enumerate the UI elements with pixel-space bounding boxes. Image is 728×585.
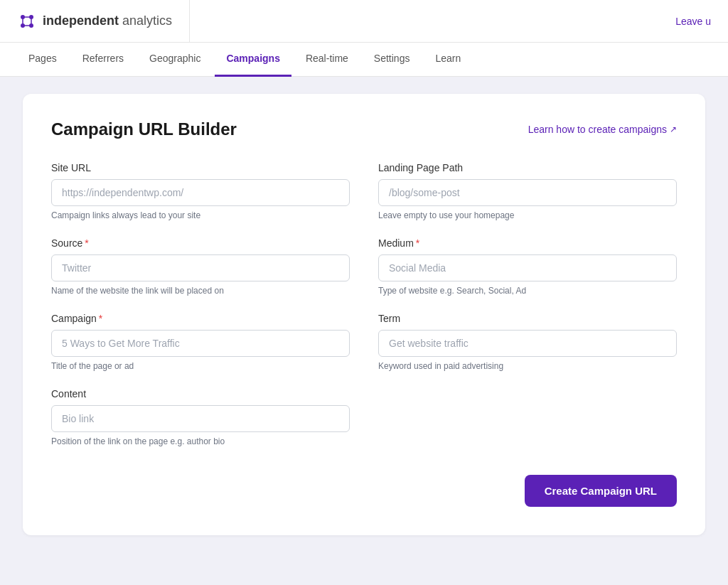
medium-required: *	[416, 237, 419, 249]
term-label: Term	[378, 313, 677, 324]
nav-realtime[interactable]: Real-time	[294, 43, 360, 77]
landing-page-path-hint: Leave empty to use your homepage	[378, 210, 677, 220]
content-label: Content	[51, 388, 350, 399]
page-title: Campaign URL Builder	[51, 119, 237, 139]
site-url-label: Site URL	[51, 162, 350, 173]
logo: independent analytics	[17, 0, 190, 42]
nav-settings[interactable]: Settings	[363, 43, 422, 77]
card-header: Campaign URL Builder Learn how to create…	[51, 119, 677, 139]
site-url-group: Site URL Campaign links always lead to y…	[51, 162, 350, 220]
nav-pages[interactable]: Pages	[17, 43, 68, 77]
leave-link[interactable]: Leave u	[675, 16, 711, 27]
term-hint: Keyword used in paid advertising	[378, 361, 677, 371]
site-url-input[interactable]	[51, 179, 350, 206]
source-group: Source * Name of the website the link wi…	[51, 237, 350, 296]
main-nav: Pages Referrers Geographic Campaigns Rea…	[0, 43, 728, 77]
external-link-icon: ↗	[670, 124, 677, 134]
campaign-required: *	[99, 313, 102, 324]
medium-hint: Type of website e.g. Search, Social, Ad	[378, 286, 677, 296]
source-input[interactable]	[51, 254, 350, 281]
header: independent analytics Leave u	[0, 0, 728, 43]
medium-group: Medium * Type of website e.g. Search, So…	[378, 237, 677, 296]
nav-referrers[interactable]: Referrers	[71, 43, 135, 77]
campaign-url-builder-card: Campaign URL Builder Learn how to create…	[23, 94, 705, 535]
content-group: Content Position of the link on the page…	[51, 388, 350, 446]
main-content: Campaign URL Builder Learn how to create…	[0, 77, 728, 552]
source-required: *	[85, 237, 88, 249]
nav-campaigns[interactable]: Campaigns	[215, 43, 291, 77]
term-group: Term Keyword used in paid advertising	[378, 313, 677, 371]
source-hint: Name of the website the link will be pla…	[51, 286, 350, 296]
medium-label: Medium *	[378, 237, 677, 249]
landing-page-path-input[interactable]	[378, 179, 677, 206]
nav-geographic[interactable]: Geographic	[138, 43, 212, 77]
source-label: Source *	[51, 237, 350, 249]
nav-learn[interactable]: Learn	[424, 43, 472, 77]
create-campaign-url-button[interactable]: Create Campaign URL	[525, 475, 677, 507]
logo-name: independent analytics	[43, 14, 172, 28]
campaign-input[interactable]	[51, 330, 350, 357]
medium-input[interactable]	[378, 254, 677, 281]
campaign-hint: Title of the page or ad	[51, 361, 350, 371]
landing-page-path-label: Landing Page Path	[378, 162, 677, 173]
content-hint: Position of the link on the page e.g. au…	[51, 436, 350, 446]
logo-icon	[17, 11, 37, 31]
form-grid: Site URL Campaign links always lead to y…	[51, 162, 677, 463]
button-row: Create Campaign URL	[51, 475, 677, 507]
site-url-hint: Campaign links always lead to your site	[51, 210, 350, 220]
landing-page-path-group: Landing Page Path Leave empty to use you…	[378, 162, 677, 220]
campaign-label: Campaign *	[51, 313, 350, 324]
content-input[interactable]	[51, 405, 350, 432]
term-input[interactable]	[378, 330, 677, 357]
learn-campaigns-link[interactable]: Learn how to create campaigns ↗	[528, 124, 677, 135]
campaign-group: Campaign * Title of the page or ad	[51, 313, 350, 371]
